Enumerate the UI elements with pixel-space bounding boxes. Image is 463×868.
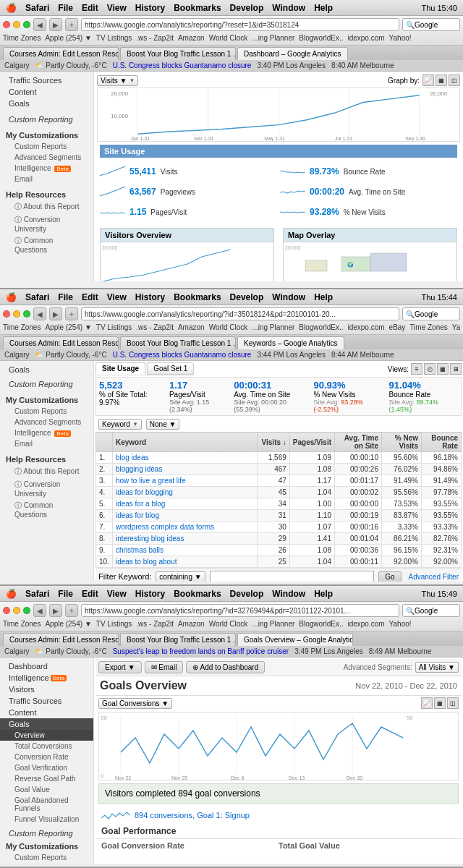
view-table-btn[interactable]: ≡ (411, 363, 422, 375)
menu-history[interactable]: History (135, 3, 165, 13)
sidebar-traffic-sources[interactable]: Traffic Sources (0, 75, 93, 86)
menu-safari-3[interactable]: Safari (25, 589, 49, 599)
bm-apple-3[interactable]: Apple (254) ▼ (45, 620, 91, 628)
bookmark-blogworld[interactable]: BlogworldEx.. (299, 34, 343, 42)
filter-dropdown[interactable]: None ▼ (146, 419, 180, 430)
menu-window[interactable]: Window (272, 3, 305, 13)
back-btn-3[interactable]: ◀ (33, 604, 46, 617)
sidebar-custom-reports-1[interactable]: Custom Reports (0, 141, 93, 152)
tab-boost-1[interactable]: Boost Your Blog Traffic Lesson 1 ... (120, 47, 236, 60)
menu-edit-3[interactable]: Edit (82, 589, 98, 599)
apple-menu[interactable]: 🍎 (6, 3, 17, 13)
filter-go-btn[interactable]: Go (378, 571, 401, 582)
all-visits-dropdown[interactable]: All Visits ▼ (415, 662, 459, 673)
bm-tv-3[interactable]: TV Listings (96, 620, 132, 628)
sidebar-advanced-segments-1[interactable]: Advanced Segments (0, 152, 93, 163)
sidebar-custom-reports-2[interactable]: Custom Reports (0, 406, 93, 417)
bm-planner-2[interactable]: ...ing Planner (252, 323, 294, 331)
menu-window-2[interactable]: Window (272, 292, 305, 302)
view-icon-compare[interactable]: ◫ (449, 75, 460, 86)
keyword-link[interactable]: ideas for blog (116, 511, 159, 519)
search-box-1[interactable]: 🔍 Google (402, 18, 460, 31)
sidebar-content[interactable]: Content (0, 86, 93, 98)
keyword-link[interactable]: ideas for blogging (116, 488, 173, 496)
bm-ebay-2[interactable]: eBay (389, 323, 406, 331)
bookmark-tv[interactable]: TV Listings (96, 34, 132, 42)
sidebar-email-1[interactable]: Email (0, 174, 93, 184)
tab-keywords[interactable]: Keywords – Google Analytics (237, 336, 344, 349)
col-newvisits[interactable]: % New Visits (382, 433, 422, 452)
address-bar-3[interactable]: https://www.google.com/analytics/reporti… (81, 604, 399, 617)
bookmark-timezones[interactable]: Time Zones (3, 34, 41, 42)
maximize-window-btn-2[interactable] (23, 310, 30, 318)
bm-yahoo-3[interactable]: Yahoo! (389, 620, 412, 628)
search-box-2[interactable]: 🔍 Google (402, 307, 460, 320)
menu-view-2[interactable]: View (107, 292, 127, 302)
bm-tv-2[interactable]: TV Listings (96, 323, 132, 331)
menu-develop[interactable]: Develop (230, 3, 264, 13)
col-pagesvisit[interactable]: Pages/Visit (289, 433, 334, 452)
add-dashboard-btn[interactable]: ⊕ Add to Dashboard (186, 661, 265, 673)
tab-dashboard[interactable]: Dashboard – Google Analytics (237, 47, 348, 60)
maximize-window-btn[interactable] (23, 21, 30, 28)
tab-courses-3[interactable]: Courses Admin: Edit Lesson Reso... (3, 633, 119, 646)
bm-idexpo-3[interactable]: idexpo.com (347, 620, 384, 628)
keyword-dropdown[interactable]: Keyword ▼ (98, 419, 142, 430)
bm-timezones2-2[interactable]: Time Zones (409, 323, 447, 331)
bm-timezones-2[interactable]: Time Zones (3, 323, 41, 331)
menu-safari[interactable]: Safari (25, 3, 49, 13)
menu-view[interactable]: View (107, 3, 127, 13)
sidebar-dashboard-3[interactable]: Dashboard (0, 660, 93, 672)
menu-develop-3[interactable]: Develop (230, 589, 264, 599)
keyword-link[interactable]: ideas for a blog (116, 500, 165, 508)
advanced-filter-link[interactable]: Advanced Filter (409, 573, 459, 581)
sidebar-visitors-3[interactable]: Visitors (0, 684, 93, 695)
tab-boost-3[interactable]: Boost Your Blog Traffic Lesson 1 ... (120, 633, 236, 646)
close-window-btn-3[interactable] (3, 607, 10, 614)
sidebar-conversion-u-1[interactable]: ⓘ Conversion University (0, 213, 93, 234)
view-icon-line[interactable]: 📈 (422, 75, 434, 86)
news-link-2[interactable]: U.S. Congress blocks Guantanamo closure (113, 351, 252, 359)
bm-apple-2[interactable]: Apple (254) ▼ (45, 323, 91, 331)
menu-history-2[interactable]: History (135, 292, 165, 302)
sidebar-conv-rate-3[interactable]: Conversion Rate (0, 752, 93, 762)
keyword-link[interactable]: blog ideas (116, 454, 149, 461)
menu-history-3[interactable]: History (135, 589, 165, 599)
news-link-3[interactable]: Suspect's leap to freedom lands on Banff… (113, 647, 289, 655)
forward-btn-3[interactable]: ▶ (49, 604, 62, 617)
sidebar-email-2[interactable]: Email (0, 438, 93, 449)
apple-menu-3[interactable]: 🍎 (6, 589, 17, 599)
bm-worldclock-2[interactable]: World Clock (209, 323, 248, 331)
menu-bookmarks-3[interactable]: Bookmarks (174, 589, 221, 599)
keyword-link[interactable]: christmas balls (116, 546, 163, 554)
tab-boost-2[interactable]: Boost Your Blog Traffic Lesson 1 ... (120, 336, 236, 349)
sidebar-custom-reporting-1[interactable]: Custom Reporting (0, 114, 93, 125)
sidebar-reverse-goal-3[interactable]: Reverse Goal Path (0, 773, 93, 784)
news-link-1[interactable]: U.S. Congress blocks Guantanamo closure (113, 61, 252, 69)
minimize-window-btn[interactable] (13, 21, 20, 28)
tab-courses-1[interactable]: Courses Admin: Edit Lesson Reso... (3, 47, 119, 60)
menu-file-3[interactable]: File (58, 589, 73, 599)
view-data-btn[interactable]: ⊞ (450, 363, 462, 375)
bookmark-ws[interactable]: .ws - Zap2it (136, 34, 174, 42)
keyword-link[interactable]: wordpress complex data forms (116, 523, 214, 531)
back-btn-2[interactable]: ◀ (33, 307, 46, 320)
sidebar-common-q-1[interactable]: ⓘ Common Questions (0, 234, 93, 255)
menu-help-3[interactable]: Help (314, 589, 333, 599)
menu-bookmarks-2[interactable]: Bookmarks (174, 292, 221, 302)
menu-file[interactable]: File (58, 3, 73, 13)
sidebar-content-3[interactable]: Content (0, 707, 93, 718)
menu-view-3[interactable]: View (107, 589, 127, 599)
tab-goals-overview[interactable]: Goals Overview – Google Analytics (237, 633, 353, 646)
sidebar-about-report-1[interactable]: ⓘ About this Report (0, 200, 93, 213)
keyword-link[interactable]: how to live a great life (116, 477, 186, 485)
menu-develop-2[interactable]: Develop (230, 292, 264, 302)
bm-yahoo-2[interactable]: Yahoo! (452, 323, 460, 331)
sidebar-overview-3[interactable]: Overview (0, 730, 93, 741)
col-bounce[interactable]: Bounce Rate (422, 433, 462, 452)
back-btn-1[interactable]: ◀ (33, 18, 46, 31)
close-window-btn[interactable] (3, 21, 10, 28)
bm-amazon-3[interactable]: Amazon (178, 620, 205, 628)
col-keyword[interactable]: Keyword (112, 433, 257, 452)
sidebar-goal-value-3[interactable]: Goal Value (0, 784, 93, 795)
